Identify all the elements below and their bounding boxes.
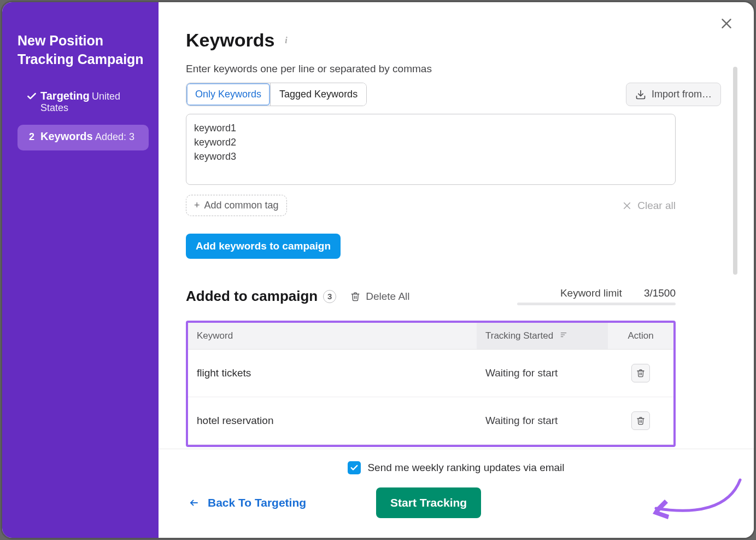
scrollbar[interactable] <box>733 67 737 275</box>
trash-icon <box>350 291 360 302</box>
main-panel: Keywords i Enter keywords one per line o… <box>159 2 754 538</box>
keyword-limit-label: Keyword limit <box>560 287 622 299</box>
download-icon <box>635 89 646 100</box>
row-delete-button[interactable] <box>631 364 650 382</box>
added-title: Added to campaign 3 <box>186 288 336 305</box>
keyword-limit-value: 3/1500 <box>644 287 676 299</box>
page-title: Keywords i <box>186 30 721 51</box>
helper-text: Enter keywords one per line or separated… <box>186 63 721 75</box>
table-row: hotel reservationWaiting for start <box>188 397 673 445</box>
keywords-table-highlight: Keyword Tracking Started Action flight t… <box>186 321 676 447</box>
keywords-textarea[interactable] <box>186 114 676 185</box>
added-count-badge: 3 <box>323 290 336 303</box>
keyword-limit-bar <box>517 303 676 305</box>
check-icon <box>23 90 40 102</box>
sort-desc-icon <box>559 330 568 341</box>
table-row: flight ticketsWaiting for start <box>188 350 673 397</box>
step-targeting[interactable]: Targeting United States <box>17 84 149 121</box>
step-sub: Added: 3 <box>95 131 134 142</box>
add-tag-button[interactable]: + Add common tag <box>186 195 287 216</box>
col-action: Action <box>608 323 673 350</box>
weekly-label: Send me weekly ranking updates via email <box>367 462 564 474</box>
row-delete-button[interactable] <box>631 411 650 430</box>
step-label: Keywords <box>40 130 93 142</box>
col-tracking[interactable]: Tracking Started <box>477 323 608 350</box>
back-to-targeting-link[interactable]: Back To Targeting <box>188 496 306 509</box>
start-tracking-button[interactable]: Start Tracking <box>376 487 481 518</box>
cell-keyword: flight tickets <box>188 350 477 397</box>
keywords-table: Keyword Tracking Started Action flight t… <box>188 323 673 445</box>
add-tag-label: Add common tag <box>204 200 279 211</box>
tab-tagged-keywords[interactable]: Tagged Keywords <box>270 83 366 106</box>
clear-all-label: Clear all <box>637 200 676 212</box>
col-keyword[interactable]: Keyword <box>188 323 477 350</box>
delete-all-label: Delete All <box>366 291 409 303</box>
weekly-checkbox[interactable] <box>348 461 361 474</box>
import-button[interactable]: Import from… <box>626 83 721 106</box>
keyword-mode-toggle: Only Keywords Tagged Keywords <box>186 83 367 106</box>
delete-all-button[interactable]: Delete All <box>350 291 409 303</box>
plus-icon: + <box>194 200 200 211</box>
added-title-text: Added to campaign <box>186 288 318 305</box>
clear-all-button[interactable]: Clear all <box>622 200 676 212</box>
modal: New Position Tracking Campaign Targeting… <box>2 2 754 538</box>
back-label: Back To Targeting <box>208 496 306 509</box>
add-keywords-button[interactable]: Add keywords to campaign <box>186 234 341 259</box>
wizard-sidebar: New Position Tracking Campaign Targeting… <box>2 2 159 538</box>
step-number: 2 <box>23 130 40 143</box>
footer: Send me weekly ranking updates via email… <box>159 449 754 538</box>
keyword-limit: Keyword limit 3/1500 <box>517 287 676 305</box>
import-label: Import from… <box>652 89 712 100</box>
tab-only-keywords[interactable]: Only Keywords <box>186 83 270 106</box>
arrow-left-icon <box>188 498 200 508</box>
trash-icon <box>636 368 645 378</box>
cell-tracking: Waiting for start <box>477 397 608 445</box>
page-title-text: Keywords <box>186 30 275 51</box>
check-icon <box>350 463 359 472</box>
close-icon <box>622 201 632 211</box>
info-icon[interactable]: i <box>282 36 291 45</box>
trash-icon <box>636 416 645 426</box>
step-keywords[interactable]: 2 Keywords Added: 3 <box>17 125 149 150</box>
cell-tracking: Waiting for start <box>477 350 608 397</box>
step-label: Targeting <box>40 90 90 102</box>
cell-keyword: hotel reservation <box>188 397 477 445</box>
sidebar-title: New Position Tracking Campaign <box>17 32 149 69</box>
col-tracking-label: Tracking Started <box>485 330 553 341</box>
